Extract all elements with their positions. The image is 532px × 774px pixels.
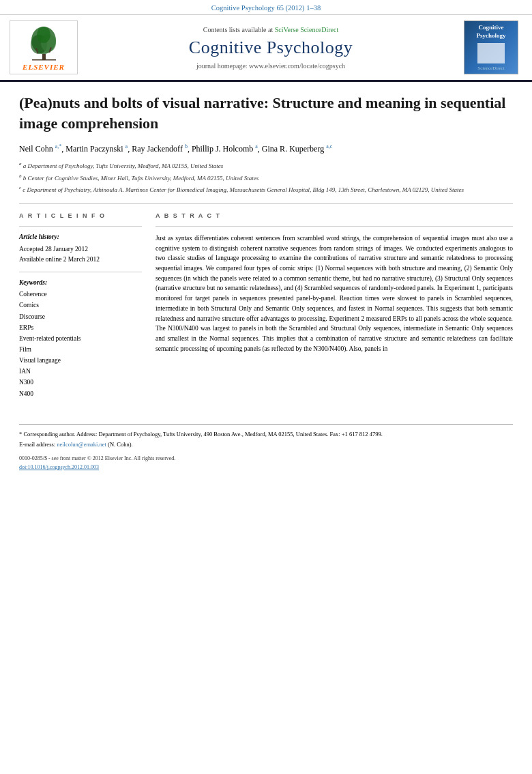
doi-line: doi:10.1016/j.cogpsych.2012.01.003 [19,463,513,472]
homepage-line: journal homepage: www.elsevier.com/locat… [196,62,345,70]
article-title: (Pea)nuts and bolts of visual narrative:… [19,93,513,133]
keyword-event-related: Event-related potentials [19,333,142,344]
keyword-coherence: Coherence [19,289,142,300]
section-divider [19,203,513,204]
two-column-section: A R T I C L E I N F O Article history: A… [19,212,513,399]
footer-section: * Corresponding author. Address: Departm… [19,424,513,448]
bottom-info: 0010-0285/$ - see front matter © 2012 El… [19,455,513,472]
doi-link[interactable]: doi:10.1016/j.cogpsych.2012.01.003 [19,464,99,470]
email-label: E-mail address: [19,441,55,448]
affiliation-a: a a Department of Psychology, Tufts Univ… [19,160,513,171]
accepted-date: Accepted 28 January 2012 [19,244,142,255]
keyword-film: Film [19,344,142,355]
copyright-notice: 0010-0285/$ - see front matter © 2012 El… [19,455,513,463]
keyword-erps: ERPs [19,322,142,333]
keyword-visual-language: Visual language [19,355,142,366]
keyword-n400: N400 [19,388,142,399]
svg-rect-0 [42,54,46,59]
journal-header: ELSEVIER Contents lists available at Sci… [0,15,532,82]
journal-title: Cognitive Psychology [189,38,353,58]
main-content: (Pea)nuts and bolts of visual narrative:… [0,82,532,413]
keyword-ian: IAN [19,366,142,377]
svg-point-5 [37,27,50,43]
sciverse-link[interactable]: SciVerse ScienceDirect [275,26,339,33]
journal-cover-image: CognitivePsychology ScienceDirect [464,20,518,74]
elsevier-logo: ELSEVIER [10,20,78,74]
journal-citation: Cognitive Psychology 65 (2012) 1–38 [0,0,532,15]
elsevier-tree-icon [16,24,71,61]
svg-rect-1 [32,59,56,61]
email-line: E-mail address: neilcolun@emaki.net (N. … [19,441,513,448]
abstract-divider [156,226,513,227]
authors: Neil Cohn a,*, Martin Paczynski a, Ray J… [19,143,513,155]
journal-center: Contents lists available at SciVerse Sci… [86,20,456,74]
affiliations: a a Department of Psychology, Tufts Univ… [19,160,513,195]
abstract-heading: A B S T R A C T [156,212,513,219]
keywords-label: Keywords: [19,279,142,286]
available-date: Available online 2 March 2012 [19,255,142,265]
affiliation-b: b b Center for Cognitive Studies, Miner … [19,173,513,184]
keyword-comics: Comics [19,300,142,311]
corresponding-note: * Corresponding author. Address: Departm… [19,430,513,439]
history-label: Article history: [19,233,142,240]
abstract-text: Just as syntax differentiates coherent s… [156,233,513,354]
article-info-column: A R T I C L E I N F O Article history: A… [19,212,142,399]
keywords-divider [19,272,142,272]
contents-line: Contents lists available at SciVerse Sci… [203,26,339,33]
cover-title: CognitivePsychology [476,24,505,40]
info-divider [19,226,142,227]
citation-text: Cognitive Psychology 65 (2012) 1–38 [211,4,321,12]
abstract-column: A B S T R A C T Just as syntax different… [156,212,513,399]
keyword-n300: N300 [19,377,142,388]
affiliation-c: c c Department of Psychiatry, Athinoula … [19,184,513,195]
email-address[interactable]: neilcolun@emaki.net [57,441,106,448]
keywords-list: Coherence Comics Discourse ERPs Event-re… [19,289,142,399]
elsevier-label: ELSEVIER [23,63,65,71]
history-dates: Accepted 28 January 2012 Available onlin… [19,244,142,265]
article-info-heading: A R T I C L E I N F O [19,212,142,219]
cover-thumbnail [477,43,505,63]
email-person: (N. Cohn). [108,441,133,448]
keyword-discourse: Discourse [19,311,142,322]
